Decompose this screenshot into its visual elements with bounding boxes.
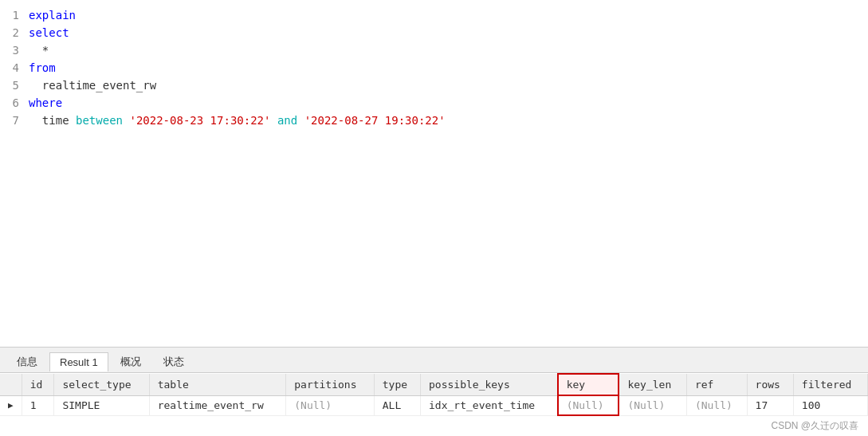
col-header-select-type: select_type (54, 374, 149, 395)
line-num-3: 3 (0, 41, 29, 59)
col-header-possible-keys: possible_keys (421, 374, 558, 395)
tab-status[interactable]: 状态 (153, 351, 194, 372)
select-star: * (29, 44, 49, 57)
keyword-where: where (29, 96, 62, 109)
col-header-partitions: partitions (286, 374, 375, 395)
bottom-panel: 信息 Result 1 概况 状态 id select_type table p… (0, 347, 868, 436)
code-line-4: 4 from (0, 59, 868, 77)
line-num-5: 5 (0, 77, 29, 94)
line-content-4: from (29, 59, 868, 77)
tab-result1[interactable]: Result 1 (49, 352, 108, 371)
keyword-from: from (29, 61, 56, 74)
line-num-2: 2 (0, 24, 29, 41)
tab-overview[interactable]: 概况 (110, 351, 151, 372)
line-content-2: select (29, 24, 868, 41)
table-header-row: id select_type table partitions type pos… (0, 374, 868, 395)
cell-type: ALL (374, 395, 420, 415)
cell-filtered: 100 (793, 395, 867, 415)
footer-text: CSDN @久迁の叹喜 (771, 420, 858, 431)
line-content-5: realtime_event_rw (29, 77, 868, 94)
tabs-bar: 信息 Result 1 概况 状态 (0, 348, 868, 373)
code-line-7: 7 time between '2022-08-23 17:30:22' and… (0, 112, 868, 129)
results-table: id select_type table partitions type pos… (0, 373, 868, 416)
tab-info[interactable]: 信息 (6, 351, 48, 372)
col-header-filtered: filtered (793, 374, 867, 395)
cell-ref: (Null) (686, 395, 747, 415)
keyword-between: between (76, 114, 123, 127)
col-time: time (29, 114, 76, 127)
cell-key-len: (Null) (619, 395, 686, 415)
code-line-5: 5 realtime_event_rw (0, 77, 868, 94)
code-line-2: 2 select (0, 24, 868, 41)
line-content-3: * (29, 41, 868, 59)
row-indicator: ▶ (0, 395, 22, 415)
csdn-footer: CSDN @久迁の叹喜 (0, 416, 868, 436)
col-header-indicator (0, 374, 22, 395)
line-num-6: 6 (0, 94, 29, 112)
cell-table: realtime_event_rw (149, 395, 286, 415)
line-num-7: 7 (0, 112, 29, 129)
line-num-4: 4 (0, 59, 29, 77)
col-header-id: id (22, 374, 54, 395)
col-header-ref: ref (686, 374, 747, 395)
keyword-and: and (270, 114, 304, 127)
table-row: ▶ 1 SIMPLE realtime_event_rw (Null) ALL … (0, 395, 868, 415)
line-content-7: time between '2022-08-23 17:30:22' and '… (29, 112, 868, 129)
line-content-1: explain (29, 6, 868, 24)
keyword-explain: explain (29, 9, 76, 22)
code-line-3: 3 * (0, 41, 868, 59)
code-line-6: 6 where (0, 94, 868, 112)
col-header-table: table (149, 374, 286, 395)
code-line-1: 1 explain (0, 6, 868, 24)
keyword-select: select (29, 26, 69, 39)
col-header-rows: rows (747, 374, 793, 395)
date-str-2: '2022-08-27 19:30:22' (304, 114, 446, 127)
col-header-type: type (374, 374, 420, 395)
code-editor: 1 explain 2 select 3 * 4 from 5 realtime… (0, 0, 868, 347)
col-header-key-len: key_len (619, 374, 686, 395)
results-table-wrapper: id select_type table partitions type pos… (0, 373, 868, 416)
table-name: realtime_event_rw (29, 79, 156, 92)
cell-rows: 17 (747, 395, 793, 415)
cell-key: (Null) (558, 395, 619, 415)
date-str-1: '2022-08-23 17:30:22' (123, 114, 270, 127)
line-num-1: 1 (0, 6, 29, 24)
col-header-key: key (558, 374, 619, 395)
cell-id: 1 (22, 395, 54, 415)
cell-partitions: (Null) (286, 395, 375, 415)
cell-select-type: SIMPLE (54, 395, 149, 415)
cell-possible-keys: idx_rt_event_time (421, 395, 558, 415)
line-content-6: where (29, 94, 868, 112)
